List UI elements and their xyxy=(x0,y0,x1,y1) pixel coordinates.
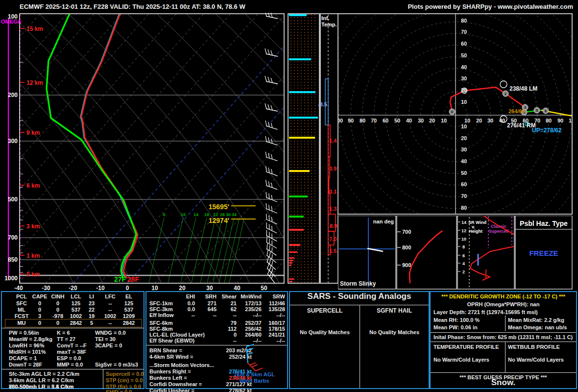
svg-text:50: 50 xyxy=(261,285,267,290)
svg-text:12: 12 xyxy=(461,228,466,233)
hazard-title: Psbl Haz. Type xyxy=(520,220,568,227)
svg-text:60: 60 xyxy=(461,181,467,187)
lapse-rate-sfc3: Sfc-3km AGL LR = 2.2 C/km xyxy=(9,371,79,377)
left-mover-label: 238/48 LM xyxy=(509,85,537,92)
brn-shear-label: BRN Shear = xyxy=(149,347,182,353)
stat-tei: TEI = 30 xyxy=(95,336,116,342)
svg-text:700: 700 xyxy=(8,234,18,241)
stat-convt: ConvT = --F xyxy=(57,343,87,348)
col-header: LI xyxy=(84,294,99,299)
svg-text:7.0: 7.0 xyxy=(329,236,337,242)
stat-tt: TT = 27 xyxy=(57,336,75,342)
wetbulb-profile-header: WETBULB PROFILE xyxy=(508,344,560,350)
corfidi-up-label: Corfidi Upshear = xyxy=(149,388,194,392)
inf-temp-title1: Inf. xyxy=(321,15,330,21)
mean-omega: Mean Omega: nan ub/s xyxy=(508,324,567,330)
hazard-panel: Psbl Haz. Type FREEZE xyxy=(515,216,572,289)
col-header: MnWind xyxy=(236,294,262,299)
srwind-title3: Height xyxy=(469,229,482,234)
svg-text:6: 6 xyxy=(163,212,165,217)
hazard-value: FREEZE xyxy=(529,249,558,257)
svg-text:0.1: 0.1 xyxy=(329,189,337,195)
svg-text:800: 800 xyxy=(402,245,411,250)
stat-sigsvr: SigSvr = 0 m3/s3 xyxy=(95,362,138,368)
svg-text:1.4: 1.4 xyxy=(329,138,337,144)
index-supercell: Supercell = 0.0 xyxy=(106,371,144,377)
svg-text:4: 4 xyxy=(462,261,465,266)
svg-text:40: 40 xyxy=(234,285,241,290)
divider xyxy=(103,369,103,389)
svg-text:70: 70 xyxy=(461,193,467,199)
srwind-title1: SR Wind xyxy=(468,220,486,225)
stat-wndg: WNDG = 0.0 xyxy=(95,330,126,336)
divider xyxy=(2,369,144,369)
classic-supercell-label1: Classic xyxy=(491,224,506,229)
svg-text:500: 500 xyxy=(8,196,18,203)
svg-text:10: 10 xyxy=(464,118,470,123)
svg-text:60: 60 xyxy=(383,118,388,123)
temp-profile-value: No Warm/Cold Layers xyxy=(434,357,489,363)
mean-cloud-wind-label: 264/60 xyxy=(508,108,525,114)
corfidi-down-label: Corfidi Downshear = xyxy=(149,381,202,387)
parcel-row-sfc: SFC 0 0 125 23 -- 125 xyxy=(2,300,144,307)
svg-text:0: 0 xyxy=(451,110,454,114)
mean-pw: Mean PW: 0.06 in xyxy=(434,324,478,330)
svg-text:90: 90 xyxy=(557,118,563,123)
temp-axis-labels: -40-30 -20-10 010 2030 4050 xyxy=(14,285,267,290)
svg-text:34: 34 xyxy=(232,212,237,217)
sfc-dewpoint-label: 27F xyxy=(114,275,126,283)
bunkers-right-label: Bunkers Right = xyxy=(149,368,191,374)
svg-text:80: 80 xyxy=(546,118,552,123)
svg-text:6: 6 xyxy=(462,253,465,258)
sr46-label: 4-6km SR Wind = xyxy=(149,354,193,360)
slinky-value: nan deg xyxy=(373,219,394,224)
kin-row: Eff Inflow -- -- -- --/-- --/-- xyxy=(146,312,287,318)
mean-rh: Mean RH: 100.0 % xyxy=(434,317,480,323)
corfidi-up-value: 278/62 kt xyxy=(205,388,252,392)
parcel-panel: PCL CAPE CINH LCL LI LFC EL SFC 0 0 125 … xyxy=(1,291,144,389)
svg-text:300: 300 xyxy=(8,138,18,145)
svg-text:8: 8 xyxy=(462,245,465,249)
divider xyxy=(505,316,506,331)
stat-downt: DownT = 28F xyxy=(9,362,42,368)
svg-text:30: 30 xyxy=(461,75,467,81)
svg-text:3 km: 3 km xyxy=(26,223,40,230)
svg-text:80: 80 xyxy=(461,18,467,24)
stat-pw: PW = 0.56in xyxy=(9,330,39,336)
skewt-frame xyxy=(20,14,284,283)
dgz-header: *** DENDRITIC GROWTH ZONE (-12 TO -17 C)… xyxy=(431,294,576,299)
col-header: Shear xyxy=(215,294,237,299)
divider xyxy=(431,342,576,342)
svg-text:20: 20 xyxy=(429,118,435,123)
col-header: LCL xyxy=(67,294,85,299)
mixing-ratio-labels: 610 1418 2226 3034 xyxy=(163,212,237,217)
mean-mixrat: Mean MixRat: 2.2 g/kg xyxy=(508,317,564,323)
svg-text:9 km: 9 km xyxy=(26,129,40,136)
right-mover-label: 276/41 RM xyxy=(507,122,536,129)
svg-text:50: 50 xyxy=(461,170,467,176)
col-header: PCL xyxy=(13,294,30,299)
svg-text:20: 20 xyxy=(461,135,467,141)
svg-text:10: 10 xyxy=(461,99,467,105)
bunkers-left-label: Bunkers Left = xyxy=(149,375,187,381)
stat-esp: ESP = 0.0 xyxy=(57,355,81,361)
col-header: SRW xyxy=(262,294,285,299)
slinky-title: Storm Slinky xyxy=(340,280,376,287)
svg-text:-30: -30 xyxy=(42,285,50,290)
divider xyxy=(431,372,576,373)
svg-text:26: 26 xyxy=(220,212,225,217)
svg-text:0 km: 0 km xyxy=(26,271,40,278)
kinematics-panel: EHI SRH Shear MnWind SRW SFC-1km 0.0 271… xyxy=(145,291,288,389)
svg-text:8.9: 8.9 xyxy=(330,223,337,229)
lapse-rate-36: 3-6km AGL LR = 6.2 C/km xyxy=(9,377,74,383)
sounding-title: ECMWF 2025-12-01 12z, F228 VALID: Thu 20… xyxy=(20,3,245,10)
stat-mmp: MMP = 0.0 xyxy=(57,362,83,368)
pressure-labels: 100200 300500 700850 1000 xyxy=(4,13,18,282)
inf-temp-title2: Temp. xyxy=(321,22,337,27)
col-header: EL xyxy=(120,294,138,299)
svg-text:-20: -20 xyxy=(69,285,77,290)
dgz-top-label: 15695' xyxy=(209,203,229,211)
col-header: CINH xyxy=(49,294,67,299)
svg-text:00: 00 xyxy=(338,118,343,123)
barbs-caption2: Wind Barbs xyxy=(220,378,289,384)
